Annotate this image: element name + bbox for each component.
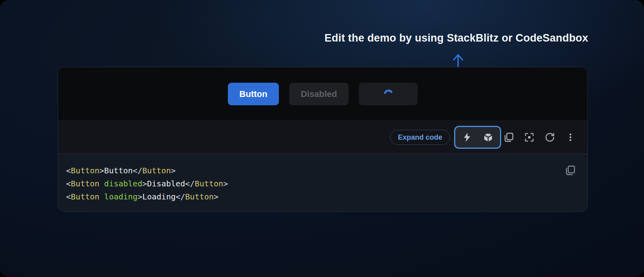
code-token: Button <box>71 166 99 175</box>
demo-toolbar: Expand code <box>58 121 587 154</box>
code-block: <Button>Button</Button><Button disabled>… <box>58 154 587 211</box>
code-token: Button <box>142 166 171 175</box>
code-token: > <box>171 166 176 175</box>
spinner-icon <box>383 89 394 99</box>
demo-button-primary[interactable]: Button <box>228 83 279 105</box>
code-token: disabled <box>104 179 142 188</box>
code-token: > <box>99 166 104 175</box>
stackblitz-icon[interactable] <box>462 132 472 142</box>
code-token: < <box>66 179 71 188</box>
code-token: < <box>66 192 71 201</box>
demo-button-loading <box>359 83 418 105</box>
code-token: > <box>142 179 147 188</box>
refresh-icon[interactable] <box>545 132 555 142</box>
code-token: Loading <box>142 192 176 201</box>
isolate-icon[interactable] <box>524 132 534 142</box>
code-token: </ <box>133 166 142 175</box>
code-token: </ <box>176 192 185 201</box>
demo-button-disabled: Disabled <box>289 83 349 105</box>
code-token: Button <box>195 179 223 188</box>
copy-icon[interactable] <box>504 132 514 142</box>
code-token: Button <box>71 192 99 201</box>
code-token: > <box>223 179 228 188</box>
code-lines: <Button>Button</Button><Button disabled>… <box>66 164 560 203</box>
code-token: Disabled <box>147 179 185 188</box>
code-token: > <box>138 192 142 201</box>
codesandbox-icon[interactable] <box>483 132 493 142</box>
code-line: <Button>Button</Button> <box>66 164 560 177</box>
code-token: < <box>66 166 71 175</box>
code-token: Button <box>185 192 214 201</box>
code-token: </ <box>185 179 195 188</box>
code-token: > <box>214 192 218 201</box>
copy-code-icon[interactable] <box>565 165 576 176</box>
more-vertical-icon[interactable] <box>565 132 576 142</box>
code-line: <Button disabled>Disabled</Button> <box>66 177 560 190</box>
page-background: Edit the demo by using StackBlitz or Cod… <box>0 0 644 277</box>
code-line: <Button loading>Loading</Button> <box>66 190 560 203</box>
demo-preview: Button Disabled <box>58 67 587 121</box>
code-token <box>99 179 104 188</box>
code-token: loading <box>104 192 137 201</box>
code-token: Button <box>71 179 99 188</box>
code-token <box>99 192 104 201</box>
expand-code-button[interactable]: Expand code <box>390 130 450 145</box>
demo-panel: Button Disabled Expand code <box>58 67 588 212</box>
annotation-text: Edit the demo by using StackBlitz or Cod… <box>324 32 588 44</box>
code-token: Button <box>104 166 133 175</box>
editor-icon-group-highlight <box>454 126 501 149</box>
